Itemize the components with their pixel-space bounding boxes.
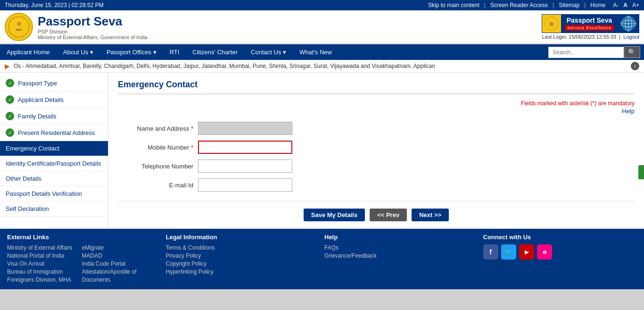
ministry-label: Ministry of External Affairs, Government… — [38, 34, 148, 40]
font-normal[interactable]: A — [623, 2, 627, 8]
name-address-label: Name and Address * — [118, 125, 193, 132]
footer-legal: Legal Information Terms & Conditions Pri… — [166, 234, 320, 285]
footer-link-documents[interactable]: Documents — [82, 276, 137, 283]
logout-link[interactable]: Logout — [623, 34, 639, 40]
svg-point-0 — [8, 17, 29, 37]
screen-reader-link[interactable]: Screen Reader Access — [490, 2, 548, 8]
mandatory-note: Fields marked with asterisk (*) are mand… — [118, 100, 635, 107]
font-minus[interactable]: A- — [613, 2, 619, 8]
ticker-arrow: ▶ — [5, 62, 10, 70]
sidebar-item-passport-verification[interactable]: Passport Details Verification — [0, 186, 108, 201]
green-sidebar-bar — [638, 165, 644, 179]
sitemap-link[interactable]: Sitemap — [559, 2, 579, 8]
footer-privacy[interactable]: Privacy Policy — [166, 252, 320, 259]
skip-link[interactable]: Skip to main content — [428, 2, 479, 8]
footer-grievance[interactable]: Grievance/Feedback — [324, 252, 479, 259]
font-plus[interactable]: A+ — [632, 2, 639, 8]
sidebar-item-residential-address[interactable]: ✓ Present Residential Address — [0, 125, 108, 141]
emblem-logo: 🦁 INDIA — [5, 13, 33, 41]
footer-link-attestation[interactable]: Attestation/Apostile of — [82, 268, 137, 275]
search-input[interactable] — [548, 47, 624, 58]
svg-text:🦁: 🦁 — [17, 22, 21, 26]
nav-contact-us[interactable]: Contact Us ▾ — [244, 45, 293, 59]
mobile-number-input[interactable] — [198, 141, 292, 154]
next-button[interactable]: Next >> — [412, 209, 449, 221]
facebook-icon[interactable]: f — [483, 244, 498, 260]
mobile-number-label: Mobile Number * — [118, 144, 193, 151]
sidebar-label-passport-verification: Passport Details Verification — [6, 190, 82, 197]
check-icon-residential-address: ✓ — [6, 128, 14, 137]
name-address-input — [198, 122, 292, 135]
mobile-number-row: Mobile Number * — [118, 141, 635, 154]
main-content: ✓ Passport Type ✓ Applicant Details ✓ Fa… — [0, 73, 644, 228]
nav-passport-offices[interactable]: Passport Offices ▾ — [100, 45, 163, 59]
sidebar-item-passport-type[interactable]: ✓ Passport Type — [0, 75, 108, 92]
external-links-heading: External Links — [7, 234, 161, 241]
flickr-icon[interactable]: ✿ — [537, 244, 552, 260]
legal-heading: Legal Information — [166, 234, 320, 241]
footer-link-boi[interactable]: Bureau of Immigration — [7, 268, 73, 275]
email-label: E-mail Id — [118, 182, 193, 189]
ticker-info-icon[interactable]: i — [631, 62, 639, 70]
nav-applicant-home[interactable]: Applicant Home — [0, 45, 57, 59]
email-input[interactable] — [198, 178, 292, 192]
sidebar-label-self-declaration: Self Declaration — [6, 205, 49, 212]
sidebar: ✓ Passport Type ✓ Applicant Details ✓ Fa… — [0, 73, 108, 228]
footer-link-voa[interactable]: Visa On Arrival — [7, 260, 73, 267]
sidebar-label-identity-certificate: Identity Certificate/Passport Details — [6, 160, 101, 167]
passport-seva-header-label: Passport Seva — [567, 17, 612, 24]
search-button[interactable]: 🔍 — [624, 46, 640, 58]
footer-hyperlinking[interactable]: Hyperlinking Policy — [166, 268, 320, 275]
home-link[interactable]: Home — [590, 2, 605, 8]
main-nav: Applicant Home About Us ▾ Passport Offic… — [0, 44, 644, 60]
save-my-details-button[interactable]: Save My Details — [304, 209, 365, 221]
check-icon-applicant-details: ✓ — [6, 95, 14, 104]
help-link[interactable]: Help — [622, 108, 635, 115]
sidebar-label-applicant-details: Applicant Details — [18, 96, 64, 103]
email-row: E-mail Id — [118, 178, 635, 192]
footer-terms[interactable]: Terms & Conditions — [166, 244, 320, 251]
footer-copyright[interactable]: Copyright Policy — [166, 260, 320, 267]
footer-link-icp[interactable]: India Code Portal — [82, 260, 137, 267]
sidebar-item-self-declaration[interactable]: Self Declaration — [0, 201, 108, 217]
site-title: Passport Seva — [38, 14, 148, 29]
help-heading: Help — [324, 234, 479, 241]
footer-link-fdmha[interactable]: Foreigners Division, MHA — [7, 276, 73, 283]
form-area: Emergency Contact Fields marked with ast… — [108, 73, 644, 228]
telephone-input[interactable] — [198, 159, 292, 173]
prev-button[interactable]: << Prev — [370, 209, 407, 221]
ticker-bar: ▶ Os - Ahmedabad, Amritsar, Bareilly, Ch… — [0, 60, 644, 73]
footer-link-mea[interactable]: Ministry of External Affairs — [7, 244, 73, 251]
footer-link-npi[interactable]: National Portal of India — [7, 252, 73, 259]
sidebar-item-emergency-contact[interactable]: Emergency Contact — [0, 141, 108, 156]
top-bar: Thursday, June 15, 2023 | 02:28:52 PM Sk… — [0, 0, 644, 10]
sidebar-label-residential-address: Present Residential Address — [18, 129, 95, 136]
service-excellence-label: Service Excellence — [565, 25, 614, 31]
nav-about-us[interactable]: About Us ▾ — [57, 45, 100, 59]
footer-faqs[interactable]: FAQs — [324, 244, 479, 251]
sidebar-label-family-details: Family Details — [18, 113, 57, 120]
nav-citizens-charter[interactable]: Citizens' Charter — [186, 45, 244, 59]
youtube-icon[interactable]: ▶ — [519, 244, 534, 260]
twitter-icon[interactable]: 🐦 — [501, 244, 516, 260]
name-address-row: Name and Address * — [118, 122, 635, 135]
svg-text:INDIA: INDIA — [16, 28, 22, 31]
division-label: PSP Division — [38, 29, 148, 34]
check-icon-passport-type: ✓ — [6, 79, 14, 87]
header: 🦁 INDIA Passport Seva PSP Division Minis… — [0, 10, 644, 44]
sidebar-label-emergency-contact: Emergency Contact — [6, 145, 59, 152]
nav-whats-new[interactable]: What's New — [293, 45, 339, 59]
form-buttons: Save My Details << Prev Next >> — [118, 201, 635, 221]
sidebar-item-family-details[interactable]: ✓ Family Details — [0, 108, 108, 125]
sidebar-item-applicant-details[interactable]: ✓ Applicant Details — [0, 92, 108, 108]
sidebar-item-identity-certificate[interactable]: Identity Certificate/Passport Details — [0, 156, 108, 171]
telephone-label: Telephone Number — [118, 163, 193, 170]
telephone-row: Telephone Number — [118, 159, 635, 173]
footer-link-madad[interactable]: MADAD — [82, 252, 137, 259]
nav-rti[interactable]: RTI — [163, 45, 186, 59]
sidebar-item-other-details[interactable]: Other Details — [0, 171, 108, 186]
last-login-label: Last Login: 15/06/2023 12:55:33 — [542, 34, 616, 40]
footer-link-emigrate[interactable]: eMigrate — [82, 244, 137, 251]
footer-connect: Connect with Us f 🐦 ▶ ✿ — [483, 234, 637, 285]
footer: External Links Ministry of External Affa… — [0, 228, 644, 289]
